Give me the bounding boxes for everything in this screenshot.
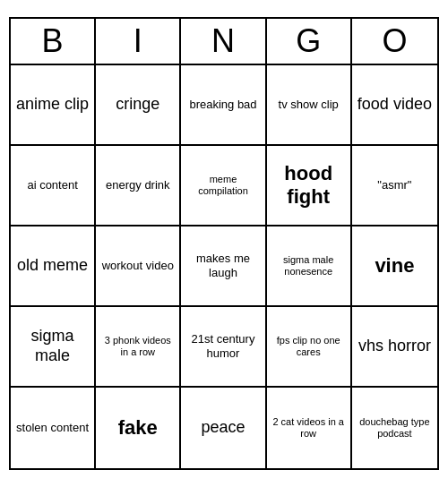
bingo-cell: anime clip [11,65,96,146]
bingo-cell: old meme [11,226,96,307]
bingo-cell: hood fight [267,146,352,226]
bingo-cell: stolen content [11,388,96,468]
bingo-cell: ai content [11,146,96,226]
bingo-header: BINGO [11,19,437,65]
header-letter: O [352,19,437,64]
bingo-cell: fps clip no one cares [267,307,352,388]
bingo-cell: sigma male nonesence [267,226,352,307]
bingo-cell: vine [352,226,437,307]
bingo-cell: 21st century humor [181,307,266,388]
header-letter: I [96,19,181,64]
bingo-cell: 2 cat videos in a row [267,388,352,468]
bingo-cell: meme compilation [181,146,266,226]
bingo-cell: fake [96,388,181,468]
bingo-cell: sigma male [11,307,96,388]
bingo-cell: douchebag type podcast [352,388,437,468]
bingo-cell: workout video [96,226,181,307]
header-letter: N [181,19,266,64]
bingo-cell: peace [181,388,266,468]
header-letter: G [267,19,352,64]
bingo-cell: energy drink [96,146,181,226]
bingo-cell: breaking bad [181,65,266,146]
header-letter: B [11,19,96,64]
bingo-cell: tv show clip [267,65,352,146]
bingo-cell: cringe [96,65,181,146]
bingo-cell: "asmr" [352,146,437,226]
bingo-card: BINGO anime clipcringebreaking badtv sho… [9,17,439,470]
bingo-cell: 3 phonk videos in a row [96,307,181,388]
bingo-cell: makes me laugh [181,226,266,307]
bingo-cell: vhs horror [352,307,437,388]
bingo-grid: anime clipcringebreaking badtv show clip… [11,65,437,468]
bingo-cell: food video [352,65,437,146]
